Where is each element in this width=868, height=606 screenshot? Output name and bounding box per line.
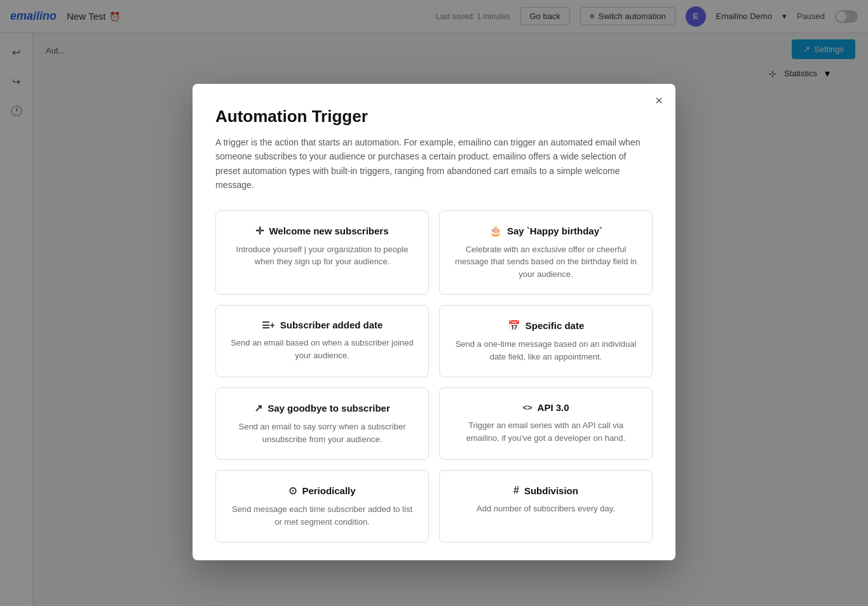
modal-title: Automation Trigger [215, 107, 653, 126]
birthday-icon: 🎂 [489, 225, 502, 237]
refresh-icon: ⊙ [288, 485, 297, 497]
goodbye-icon: ↗ [254, 402, 262, 414]
trigger-card-welcome[interactable]: ✛ Welcome new subscribers Introduce your… [215, 210, 429, 295]
trigger-card-title-specific-date: 📅 Specific date [452, 320, 639, 332]
modal-close-button[interactable]: × [655, 94, 663, 107]
trigger-card-api[interactable]: <> API 3.0 Trigger an email series with … [439, 387, 653, 460]
trigger-card-title-subdivision: # Subdivision [452, 485, 639, 496]
calendar-icon: 📅 [508, 320, 520, 332]
trigger-card-title-periodically: ⊙ Periodically [229, 485, 416, 497]
trigger-grid: ✛ Welcome new subscribers Introduce your… [215, 210, 653, 543]
trigger-card-desc-periodically: Send message each time subscriber added … [229, 503, 416, 528]
person-add-icon: ✛ [255, 225, 264, 237]
trigger-card-title-subscriber-date: ☰+ Subscriber added date [229, 320, 416, 330]
trigger-card-desc-subscriber-date: Send an email based on when a subscriber… [229, 337, 416, 361]
trigger-card-specific-date[interactable]: 📅 Specific date Send a one-time message … [439, 305, 653, 377]
hash-icon: # [513, 485, 519, 496]
trigger-card-desc-welcome: Introduce yourself | your organization t… [229, 243, 416, 268]
trigger-card-goodbye[interactable]: ↗ Say goodbye to subscriber Send an emai… [215, 387, 429, 460]
api-icon: <> [522, 403, 532, 412]
trigger-card-desc-birthday: Celebrate with an exclusive offer or che… [452, 243, 639, 281]
trigger-card-subdivision[interactable]: # Subdivision Add number of subscribers … [439, 470, 653, 542]
trigger-card-title-welcome: ✛ Welcome new subscribers [229, 225, 416, 237]
trigger-card-desc-api: Trigger an email series with an API call… [452, 419, 639, 444]
trigger-card-title-goodbye: ↗ Say goodbye to subscriber [229, 402, 416, 414]
trigger-card-desc-subdivision: Add number of subscribers every day. [452, 502, 639, 515]
modal-description: A trigger is the action that starts an a… [215, 135, 653, 192]
calendar-add-icon: ☰+ [262, 320, 275, 330]
trigger-card-desc-goodbye: Send an email to say sorry when a subscr… [229, 421, 416, 445]
trigger-card-subscriber-date[interactable]: ☰+ Subscriber added date Send an email b… [215, 305, 429, 377]
automation-trigger-modal: × Automation Trigger A trigger is the ac… [193, 84, 675, 560]
trigger-card-birthday[interactable]: 🎂 Say `Happy birthday` Celebrate with an… [439, 210, 653, 295]
trigger-card-periodically[interactable]: ⊙ Periodically Send message each time su… [215, 470, 429, 542]
trigger-card-desc-specific-date: Send a one-time message based on an indi… [452, 338, 639, 363]
trigger-card-title-birthday: 🎂 Say `Happy birthday` [452, 225, 639, 237]
trigger-card-title-api: <> API 3.0 [452, 402, 639, 413]
